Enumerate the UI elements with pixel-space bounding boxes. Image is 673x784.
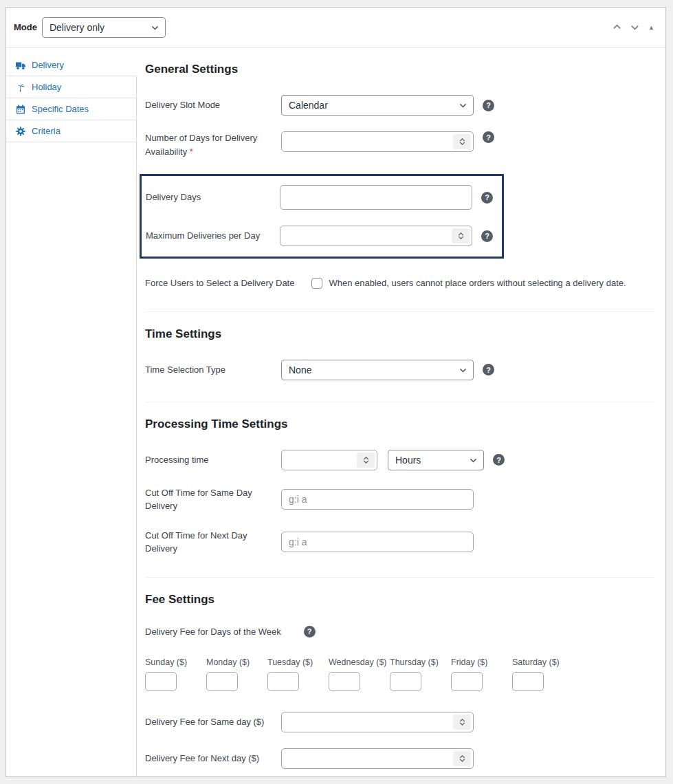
help-icon[interactable]: ? xyxy=(481,192,493,204)
metabox-controls: ▲ xyxy=(610,21,654,34)
field-label: Delivery Fee for Days of the Week xyxy=(145,625,289,639)
tab-holiday[interactable]: Holiday xyxy=(6,76,137,98)
field-label: Cut Off Time for Next Day Delivery xyxy=(145,529,281,556)
processing-unit-select-wrap: Hours xyxy=(388,450,484,470)
section-title: Time Settings xyxy=(145,327,654,341)
field-label: Delivery Slot Mode xyxy=(145,98,281,112)
checkbox-description: When enabled, users cannot place orders … xyxy=(329,278,626,288)
field-label: Cut Off Time for Same Day Delivery xyxy=(145,486,281,513)
delivery-settings-panel: Mode Delivery only ▲ xyxy=(5,7,666,777)
section-title: Processing Time Settings xyxy=(145,417,654,431)
day-label: Sunday ($) xyxy=(145,657,206,667)
section-fee-settings: Fee Settings Delivery Fee for Days of th… xyxy=(145,577,654,778)
number-stepper[interactable] xyxy=(357,453,375,468)
row-force-delivery-date: Force Users to Select a Delivery Date Wh… xyxy=(145,276,654,290)
field-label: Delivery Days xyxy=(146,190,280,204)
time-selection-select-wrap: None xyxy=(281,360,474,380)
row-processing-time: Processing time Hours xyxy=(145,450,654,470)
move-down-icon[interactable] xyxy=(628,21,641,34)
collapse-toggle-icon[interactable]: ▲ xyxy=(648,24,654,31)
tab-criteria[interactable]: Criteria xyxy=(6,120,137,142)
help-icon[interactable]: ? xyxy=(483,364,494,375)
help-icon[interactable]: ? xyxy=(493,454,505,466)
field-label: Time Selection Type xyxy=(145,363,281,377)
processing-time-input-wrap xyxy=(281,450,377,470)
number-stepper[interactable] xyxy=(453,715,471,730)
row-weekday-fee-label: Delivery Fee for Days of the Week ? xyxy=(145,625,654,639)
row-cutoff-same-day: Cut Off Time for Same Day Delivery xyxy=(145,486,654,513)
saturday-fee-input[interactable] xyxy=(512,672,544,691)
number-of-days-input[interactable] xyxy=(281,131,474,152)
processing-time-unit-select[interactable]: Hours xyxy=(388,450,484,470)
mode-header-bar: Mode Delivery only ▲ xyxy=(6,8,665,47)
help-icon[interactable]: ? xyxy=(481,230,493,242)
row-delivery-slot-mode: Delivery Slot Mode Calendar ? xyxy=(145,95,654,116)
row-time-selection-type: Time Selection Type None ? xyxy=(145,360,654,380)
field-label: Processing time xyxy=(145,453,281,467)
friday-fee-input[interactable] xyxy=(451,672,483,691)
mode-label: Mode xyxy=(14,22,37,32)
day-label: Saturday ($) xyxy=(512,657,573,667)
help-icon[interactable]: ? xyxy=(483,100,494,111)
delivery-days-input[interactable] xyxy=(280,185,472,210)
same-day-fee-input-wrap xyxy=(281,712,474,732)
help-icon[interactable]: ? xyxy=(304,626,316,638)
weekday-fee-inputs: Sunday ($) Monday ($) Tuesday ($) Wednes… xyxy=(145,657,654,691)
wednesday-fee-input[interactable] xyxy=(329,672,360,691)
field-label: Delivery Fee for Next day ($) xyxy=(145,752,281,765)
day-label: Wednesday ($) xyxy=(329,657,390,667)
tab-label: Delivery xyxy=(32,60,64,70)
section-time-settings: Time Settings Time Selection Type None ? xyxy=(145,312,654,402)
delivery-slot-mode-select[interactable]: Calendar xyxy=(281,95,474,116)
settings-content: General Settings Delivery Slot Mode Cale… xyxy=(137,47,665,777)
field-label: Number of Days for Delivery Availability… xyxy=(145,131,281,158)
max-deliveries-input-wrap xyxy=(280,226,472,246)
tabs-filler xyxy=(6,142,137,777)
section-general-settings: General Settings Delivery Slot Mode Cale… xyxy=(145,47,654,312)
day-label: Friday ($) xyxy=(451,657,512,667)
max-deliveries-input[interactable] xyxy=(280,226,472,246)
section-title: Fee Settings xyxy=(145,593,654,607)
sunday-fee-input[interactable] xyxy=(145,672,177,691)
section-processing-time: Processing Time Settings Processing time xyxy=(145,402,654,577)
mode-select-wrap: Delivery only xyxy=(42,17,166,38)
same-day-fee-input[interactable] xyxy=(281,712,474,732)
panel-body: Delivery Holiday Specific Dates Criteria xyxy=(6,47,665,777)
day-col-friday: Friday ($) xyxy=(451,657,512,691)
truck-icon xyxy=(15,60,26,71)
day-col-sunday: Sunday ($) xyxy=(145,657,206,691)
number-stepper[interactable] xyxy=(452,228,470,243)
help-icon[interactable]: ? xyxy=(483,131,494,143)
tuesday-fee-input[interactable] xyxy=(267,672,299,691)
field-label: Force Users to Select a Delivery Date xyxy=(145,276,302,290)
move-up-icon[interactable] xyxy=(610,21,624,34)
monday-fee-input[interactable] xyxy=(206,672,238,691)
force-date-check-field: When enabled, users cannot place orders … xyxy=(311,278,626,289)
processing-time-field: Hours ? xyxy=(281,450,505,470)
number-of-days-input-wrap xyxy=(281,131,474,152)
cutoff-same-day-input[interactable] xyxy=(281,489,474,510)
tab-label: Specific Dates xyxy=(32,104,89,114)
time-selection-type-select[interactable]: None xyxy=(281,360,474,380)
day-col-thursday: Thursday ($) xyxy=(390,657,451,691)
next-day-fee-input[interactable] xyxy=(281,748,474,769)
force-date-checkbox[interactable] xyxy=(311,278,322,289)
highlighted-fields-box: Delivery Days ? Maximum Deliveries per D… xyxy=(140,174,504,259)
field-label: Delivery Fee for Same day ($) xyxy=(145,715,281,729)
thursday-fee-input[interactable] xyxy=(390,672,421,691)
row-delivery-days: Delivery Days ? xyxy=(146,185,502,210)
cutoff-next-day-input[interactable] xyxy=(281,532,474,552)
day-col-saturday: Saturday ($) xyxy=(512,657,573,691)
section-title: General Settings xyxy=(145,63,654,76)
field-label: Maximum Deliveries per Day xyxy=(146,229,280,243)
mode-select[interactable]: Delivery only xyxy=(42,17,166,38)
delivery-slot-mode-select-wrap: Calendar xyxy=(281,95,474,116)
number-stepper[interactable] xyxy=(453,751,471,766)
tab-delivery[interactable]: Delivery xyxy=(6,54,137,76)
number-stepper[interactable] xyxy=(453,134,471,149)
required-asterisk: * xyxy=(190,146,193,157)
day-label: Monday ($) xyxy=(206,657,267,667)
row-max-deliveries: Maximum Deliveries per Day ? xyxy=(146,226,502,246)
settings-tabs: Delivery Holiday Specific Dates Criteria xyxy=(6,47,137,777)
tab-specific-dates[interactable]: Specific Dates xyxy=(6,98,137,120)
